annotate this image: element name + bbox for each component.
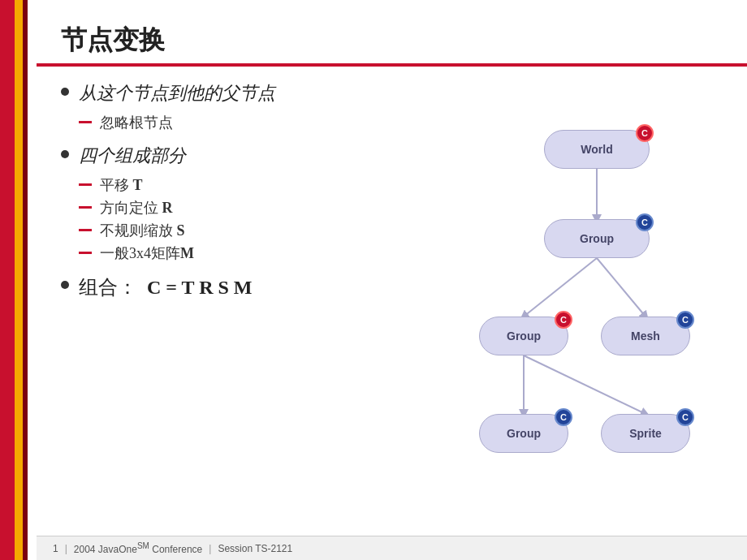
sidebar-dark-bar: [23, 0, 28, 560]
tree-node-sprite: Sprite C: [601, 414, 690, 453]
bullet-text-2: 四个组成部分: [79, 144, 186, 169]
badge-mesh: C: [676, 311, 694, 329]
badge-group1: C: [636, 213, 654, 231]
combo-text: 组合： C = T R S M: [79, 274, 252, 300]
footer-super: SM: [137, 541, 149, 550]
footer-conference: 2004 JavaOneSM Conference: [74, 541, 202, 555]
tree-node-mesh: Mesh C: [601, 317, 690, 355]
svg-line-1: [524, 258, 597, 317]
bullet-dot-2: [61, 150, 69, 158]
tree-diagram: World C Group C Group C Mesh C Group C S…: [471, 130, 731, 495]
footer-session: Session TS-2121: [218, 543, 292, 554]
svg-line-4: [524, 355, 646, 414]
footer: 1 | 2004 JavaOneSM Conference | Session …: [37, 536, 747, 560]
bullet-section-3: 组合： C = T R S M: [61, 274, 483, 300]
node-mesh-label: Mesh: [631, 330, 660, 342]
sub-text-2-4: 一般3x4矩阵M: [100, 243, 194, 263]
sub-dash-2-1: [79, 183, 92, 186]
footer-sep-2: |: [209, 543, 211, 554]
main-content: 节点变换 从这个节点到他的父节点 忽略根节点 四个组成部分 平移 T: [37, 0, 747, 560]
slide-title: 节点变换: [61, 23, 165, 58]
bullet-text-1: 从这个节点到他的父节点: [79, 81, 275, 106]
sub-bullet-1-1: 忽略根节点: [79, 113, 483, 132]
sub-bullet-2-1: 平移 T: [79, 175, 483, 195]
sub-text-1-1: 忽略根节点: [100, 113, 173, 132]
tree-node-group3: Group C: [479, 414, 568, 453]
sidebar-red-bar: [0, 0, 15, 560]
sub-dash-1-1: [79, 121, 92, 123]
sub-dash-2-3: [79, 229, 92, 231]
sub-bullet-2-3: 不规则缩放 S: [79, 221, 483, 240]
node-group2-label: Group: [507, 330, 541, 342]
footer-page: 1: [53, 543, 58, 554]
bullet-item-2: 四个组成部分: [61, 144, 483, 169]
node-group3-label: Group: [507, 427, 541, 440]
sub-text-2-2: 方向定位 R: [100, 198, 173, 218]
footer-conference-suffix: Conference: [149, 544, 202, 555]
badge-sprite: C: [676, 408, 694, 426]
bullet-dot-3: [61, 281, 69, 289]
bullet-section-1: 从这个节点到他的父节点 忽略根节点: [61, 81, 483, 132]
badge-world: C: [636, 124, 654, 142]
svg-line-2: [597, 258, 646, 317]
bullet-dot-1: [61, 88, 69, 96]
sub-dash-2-4: [79, 252, 92, 254]
tree-node-world: World C: [544, 130, 650, 169]
sidebar-yellow-bar: [15, 0, 23, 560]
title-underline: [37, 63, 747, 67]
node-sprite-label: Sprite: [629, 427, 662, 440]
sub-text-2-1: 平移 T: [100, 175, 143, 195]
badge-group3: C: [555, 408, 572, 426]
bullets-section: 从这个节点到他的父节点 忽略根节点 四个组成部分 平移 T 方向定位 R: [61, 81, 483, 312]
bullet-item-3: 组合： C = T R S M: [61, 274, 483, 300]
node-world-label: World: [581, 143, 612, 156]
tree-node-group2: Group C: [479, 317, 568, 355]
bullet-section-2: 四个组成部分 平移 T 方向定位 R 不规则缩放 S 一般3x4矩阵M: [61, 144, 483, 263]
sub-dash-2-2: [79, 206, 92, 209]
footer-sep-1: |: [65, 543, 67, 554]
node-group1-label: Group: [580, 232, 614, 245]
sub-bullet-2-2: 方向定位 R: [79, 198, 483, 218]
sub-text-2-3: 不规则缩放 S: [100, 221, 185, 240]
badge-group2: C: [555, 311, 572, 329]
tree-node-group1: Group C: [544, 219, 650, 258]
bullet-item-1: 从这个节点到他的父节点: [61, 81, 483, 106]
footer-conference-name: 2004 JavaOne: [74, 544, 137, 555]
sub-bullet-2-4: 一般3x4矩阵M: [79, 243, 483, 263]
